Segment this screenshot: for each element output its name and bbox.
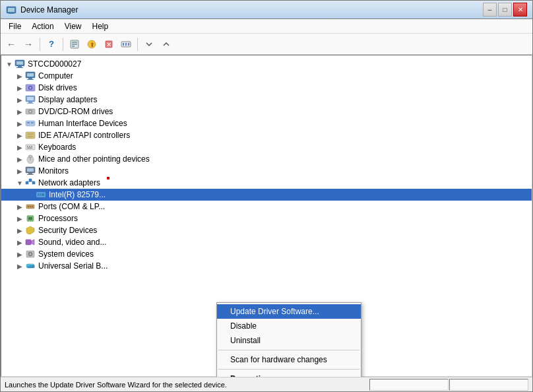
svg-rect-14: [16, 61, 23, 65]
svg-rect-55: [38, 193, 39, 196]
title-bar-left: Device Manager: [6, 5, 78, 15]
processors-icon: [25, 213, 36, 224]
expand-display[interactable]: ▶: [15, 94, 25, 105]
tree-system[interactable]: ▶ System devices: [1, 248, 532, 260]
expand-sound[interactable]: ▶: [15, 237, 25, 247]
tree-monitors[interactable]: ▶ Monitors: [1, 165, 532, 177]
close-button[interactable]: ✕: [513, 3, 527, 16]
expand-hid[interactable]: ▶: [15, 118, 25, 129]
network-icon: [25, 178, 36, 188]
svg-rect-63: [28, 217, 32, 220]
toolbar-sep3: [137, 38, 138, 51]
svg-point-30: [30, 111, 31, 112]
expand-monitors[interactable]: ▶: [15, 166, 25, 176]
tree-security[interactable]: ▶ Security Devices: [1, 224, 532, 236]
security-label: Security Devices: [38, 226, 97, 235]
window-title: Device Manager: [20, 5, 78, 15]
toolbar-forward[interactable]: →: [20, 36, 36, 52]
status-panels: [369, 379, 528, 391]
toolbar-scan[interactable]: [118, 36, 134, 52]
svg-rect-49: [26, 181, 28, 184]
toolbar-expand[interactable]: [141, 36, 157, 52]
expand-keyboard[interactable]: ▶: [15, 142, 25, 152]
sound-label: Sound, video and...: [38, 238, 106, 247]
svg-rect-3: [9, 13, 14, 14]
toolbar-update-driver[interactable]: ⬆: [84, 36, 100, 52]
expand-ide[interactable]: ▶: [15, 130, 25, 141]
expand-processors[interactable]: ▶: [15, 213, 25, 224]
tree-sound[interactable]: ▶ Sound, video and...: [1, 236, 532, 248]
disk-label: Disk drives: [38, 83, 77, 92]
expand-ports[interactable]: ▶: [15, 201, 25, 212]
svg-rect-57: [42, 193, 44, 196]
tree-processors[interactable]: ▶ Processors: [1, 212, 532, 224]
disk-icon: [25, 82, 36, 93]
tree-disk[interactable]: ▶ Disk drives: [1, 82, 532, 94]
expand-system[interactable]: ▶: [15, 249, 25, 259]
expand-dvd[interactable]: ▶: [15, 106, 25, 117]
maximize-button[interactable]: □: [498, 3, 512, 16]
svg-rect-60: [30, 206, 31, 207]
ctx-scan[interactable]: Scan for hardware changes: [217, 352, 361, 367]
minimize-button[interactable]: –: [483, 3, 497, 16]
tree-display[interactable]: ▶ Display adapters: [1, 94, 532, 106]
status-panel-1: [369, 379, 449, 391]
toolbar-uninstall[interactable]: ✕: [101, 36, 117, 52]
tree-dvd[interactable]: ▶ DVD/CD-ROM drives: [1, 106, 532, 117]
hid-icon: [25, 118, 36, 129]
window-icon: [6, 5, 16, 15]
ports-icon: [25, 201, 36, 212]
toolbar-collapse[interactable]: [158, 36, 174, 52]
toolbar-back[interactable]: ←: [3, 36, 19, 52]
ctx-uninstall[interactable]: Uninstall: [217, 333, 361, 348]
usb-label: Universal Serial B...: [38, 261, 108, 271]
computer-label: Computer: [38, 71, 73, 81]
status-panel-2: [449, 379, 528, 391]
expand-root[interactable]: ▼: [4, 59, 15, 69]
system-icon: [25, 249, 36, 259]
tree-keyboard[interactable]: ▶ Keyboards: [1, 141, 532, 153]
svg-rect-38: [27, 146, 28, 147]
tree-usb[interactable]: ▶ USB Universal Serial B...: [1, 260, 532, 272]
expand-usb[interactable]: ▶: [15, 261, 25, 271]
tree-ide[interactable]: ▶ IDE ATA/ATAPI controllers: [1, 129, 532, 141]
svg-point-44: [28, 155, 32, 158]
svg-rect-32: [27, 122, 30, 123]
expand-nic[interactable]: [25, 189, 36, 200]
mice-icon: [25, 154, 36, 164]
tree-nic[interactable]: Intel(R) 82579...: [1, 189, 532, 201]
expand-disk[interactable]: ▶: [15, 82, 25, 93]
menu-bar: File Action View Help: [1, 19, 532, 34]
nic-label: Intel(R) 82579...: [49, 190, 106, 199]
menu-view[interactable]: View: [59, 20, 87, 32]
toolbar-sep1: [40, 38, 40, 51]
status-text: Launches the Update Driver Software Wiza…: [5, 381, 369, 389]
toolbar-properties[interactable]: [67, 36, 82, 52]
nic-icon: [36, 189, 46, 200]
tree-network[interactable]: ▼ Network adapters: [1, 177, 532, 189]
display-icon: [25, 94, 36, 105]
ctx-update-driver[interactable]: Update Driver Software...: [217, 304, 361, 319]
menu-action[interactable]: Action: [26, 20, 59, 32]
expand-network[interactable]: ▼: [15, 178, 25, 188]
tree-root[interactable]: ▼ STCCD000027: [1, 58, 532, 70]
computer-icon: [15, 59, 25, 69]
ports-label: Ports (COM & LP...: [38, 202, 105, 211]
expand-computer[interactable]: ▶: [15, 71, 25, 81]
tree-mice[interactable]: ▶ Mice and other pointing devices: [1, 153, 532, 165]
ctx-disable[interactable]: Disable: [217, 319, 361, 333]
tree-hid[interactable]: ▶ Human Interface Devices: [1, 117, 532, 129]
tree-computer[interactable]: ▶ Computer: [1, 70, 532, 82]
menu-help[interactable]: Help: [87, 20, 114, 32]
network-label: Network adapters: [38, 178, 100, 187]
monitors-icon: [25, 166, 36, 176]
expand-mice[interactable]: ▶: [15, 154, 25, 164]
toolbar-help[interactable]: ?: [44, 36, 59, 52]
menu-file[interactable]: File: [3, 20, 26, 32]
svg-rect-59: [28, 206, 29, 207]
expand-security[interactable]: ▶: [15, 225, 25, 236]
ctx-properties[interactable]: Properties: [217, 372, 361, 377]
tree-ports[interactable]: ▶ Ports (COM & LP...: [1, 201, 532, 212]
context-menu-border: Update Driver Software... Disable Uninst…: [107, 177, 110, 180]
monitors-label: Monitors: [38, 166, 69, 176]
